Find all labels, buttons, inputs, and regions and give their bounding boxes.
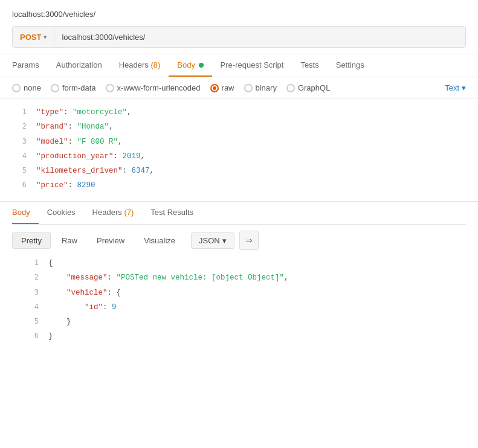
- tab-prerequest[interactable]: Pre-request Script: [212, 54, 292, 77]
- resp-code-content-4: "id": 9: [48, 301, 117, 314]
- line-number-4: 4: [12, 150, 27, 162]
- tab-body[interactable]: Body: [169, 54, 212, 77]
- radio-graphql[interactable]: [286, 84, 295, 92]
- option-urlencoded-label: x-www-form-urlencoded: [117, 83, 201, 92]
- url-input[interactable]: [54, 33, 465, 42]
- radio-urlencoded[interactable]: [106, 84, 114, 92]
- chevron-down-icon: ▾: [44, 34, 47, 40]
- line-number-5: 5: [12, 164, 27, 176]
- code-content-6: "price": 8290: [36, 179, 95, 192]
- chevron-down-icon: ▾: [462, 83, 466, 92]
- radio-raw[interactable]: [210, 84, 219, 92]
- method-select[interactable]: POST ▾: [13, 27, 54, 47]
- tab-tests[interactable]: Tests: [292, 54, 327, 77]
- resp-code-line-6: 6 }: [12, 329, 466, 344]
- response-format-row: Pretty Raw Preview Visualize JSON ▾ ⇒: [12, 225, 466, 256]
- resp-line-number-2: 2: [24, 271, 39, 283]
- code-content-1: "type": "motorcycle",: [36, 106, 132, 119]
- wrap-button[interactable]: ⇒: [239, 231, 259, 250]
- option-none[interactable]: none: [12, 83, 41, 92]
- tab-settings[interactable]: Settings: [328, 54, 373, 77]
- tab-headers[interactable]: Headers (8): [111, 54, 169, 77]
- resp-code-line-3: 3 "vehicle": {: [12, 286, 466, 300]
- code-line-6: 6 "price": 8290: [0, 178, 478, 193]
- code-line-5: 5 "kilometers_driven": 6347,: [0, 164, 478, 178]
- option-urlencoded[interactable]: x-www-form-urlencoded: [106, 83, 201, 92]
- resp-code-line-4: 4 "id": 9: [12, 300, 466, 315]
- format-preview[interactable]: Preview: [88, 233, 133, 248]
- code-line-2: 2 "brand": "Honda",: [0, 120, 478, 134]
- code-content-4: "production_year": 2019,: [36, 150, 145, 163]
- json-format-label: JSON: [199, 236, 220, 245]
- resp-line-number-1: 1: [24, 257, 39, 269]
- option-graphql-label: GraphQL: [298, 83, 330, 92]
- tab-params[interactable]: Params: [12, 54, 48, 77]
- chevron-down-icon: ▾: [222, 236, 227, 245]
- format-raw[interactable]: Raw: [53, 233, 86, 248]
- code-content-3: "model": "F 800 R",: [36, 136, 123, 149]
- request-tabs-row: Params Authorization Headers (8) Body Pr…: [0, 54, 478, 77]
- option-binary-label: binary: [256, 83, 277, 92]
- radio-none[interactable]: [12, 84, 21, 92]
- tab-authorization[interactable]: Authorization: [48, 54, 111, 77]
- resp-tab-body[interactable]: Body: [12, 202, 39, 224]
- resp-code-content-6: }: [48, 330, 53, 343]
- response-headers-badge: (7): [124, 208, 134, 217]
- body-options-row: none form-data x-www-form-urlencoded raw…: [0, 77, 478, 99]
- headers-badge: (8): [150, 60, 160, 69]
- code-line-4: 4 "production_year": 2019,: [0, 149, 478, 164]
- format-visualize[interactable]: Visualize: [135, 233, 184, 248]
- text-format-dropdown[interactable]: Text ▾: [445, 83, 466, 92]
- wrap-icon: ⇒: [245, 235, 253, 245]
- request-body-editor[interactable]: 1 "type": "motorcycle", 2 "brand": "Hond…: [0, 99, 478, 202]
- body-dot-indicator: [199, 63, 204, 68]
- option-none-label: none: [24, 83, 41, 92]
- resp-line-number-6: 6: [24, 330, 39, 342]
- option-binary[interactable]: binary: [244, 83, 277, 92]
- code-line-3: 3 "model": "F 800 R",: [0, 135, 478, 149]
- resp-tab-headers[interactable]: Headers (7): [84, 202, 143, 224]
- resp-tab-testresults[interactable]: Test Results: [142, 202, 202, 224]
- response-section: Body Cookies Headers (7) Test Results Pr…: [0, 202, 478, 353]
- line-number-1: 1: [12, 106, 27, 118]
- resp-code-content-5: }: [48, 316, 71, 328]
- response-body-editor: 1 { 2 "message": "POSTed new vehicle: [o…: [12, 256, 466, 353]
- option-raw[interactable]: raw: [210, 83, 234, 92]
- option-raw-label: raw: [222, 83, 234, 92]
- line-number-3: 3: [12, 135, 27, 147]
- json-format-select[interactable]: JSON ▾: [191, 232, 234, 249]
- resp-code-content-1: {: [48, 257, 53, 270]
- resp-tab-cookies[interactable]: Cookies: [39, 202, 84, 224]
- method-label: POST: [20, 33, 41, 42]
- resp-line-number-4: 4: [24, 301, 39, 313]
- response-tabs-row: Body Cookies Headers (7) Test Results: [12, 202, 466, 225]
- radio-formdata[interactable]: [51, 84, 59, 92]
- resp-code-line-5: 5 }: [12, 315, 466, 329]
- code-line-1: 1 "type": "motorcycle",: [0, 105, 478, 120]
- url-title: localhost:3000/vehicles/: [12, 10, 466, 19]
- option-graphql[interactable]: GraphQL: [286, 83, 330, 92]
- resp-code-content-2: "message": "POSTed new vehicle: [object …: [48, 272, 289, 284]
- code-content-5: "kilometers_driven": 6347,: [36, 165, 154, 178]
- radio-binary[interactable]: [244, 84, 253, 92]
- text-format-label: Text: [445, 83, 459, 92]
- line-number-6: 6: [12, 179, 27, 191]
- option-formdata[interactable]: form-data: [51, 83, 96, 92]
- url-row: POST ▾: [12, 26, 466, 48]
- line-number-2: 2: [12, 120, 27, 132]
- code-content-2: "brand": "Honda",: [36, 121, 114, 133]
- resp-line-number-5: 5: [24, 315, 39, 327]
- option-formdata-label: form-data: [62, 83, 96, 92]
- resp-code-line-1: 1 {: [12, 256, 466, 270]
- url-bar-section: localhost:3000/vehicles/ POST ▾: [0, 0, 478, 54]
- resp-code-line-2: 2 "message": "POSTed new vehicle: [objec…: [12, 270, 466, 285]
- resp-code-content-3: "vehicle": {: [48, 287, 121, 299]
- resp-line-number-3: 3: [24, 286, 39, 298]
- format-pretty[interactable]: Pretty: [12, 232, 51, 249]
